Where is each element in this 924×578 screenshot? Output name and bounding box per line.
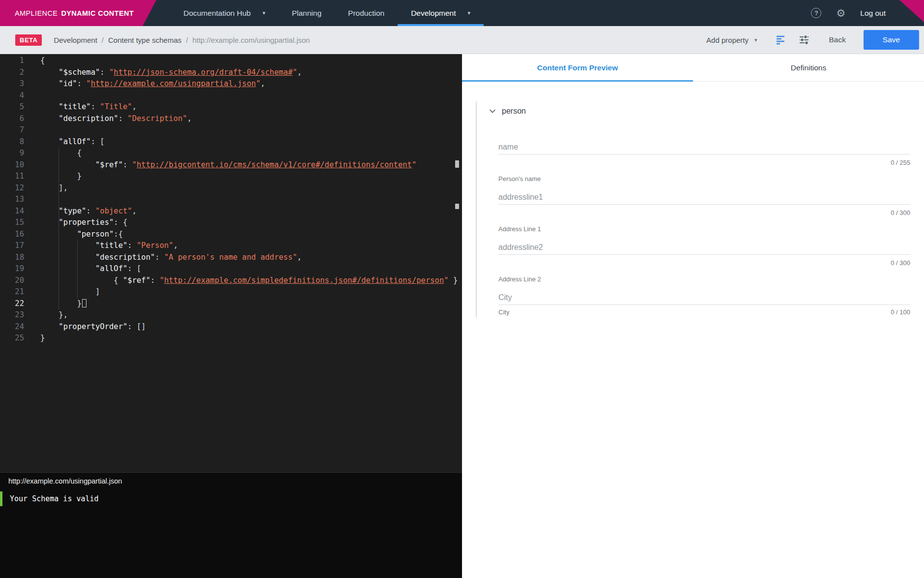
code-line[interactable]: 15 "properties": { bbox=[0, 217, 462, 229]
code-line-text: "title": "Title", bbox=[24, 101, 137, 113]
code-line[interactable]: 19 "allOf": [ bbox=[0, 263, 462, 275]
brand-product: DYNAMIC CONTENT bbox=[61, 9, 134, 17]
code-line[interactable]: 6 "description": "Description", bbox=[0, 113, 462, 125]
code-line-text: "allOf": [ bbox=[24, 263, 141, 275]
add-property-label: Add property bbox=[706, 36, 749, 44]
code-line-text: ] bbox=[24, 286, 100, 298]
nav-item-development[interactable]: Development▾ bbox=[398, 0, 484, 26]
scrollbar-marker bbox=[455, 160, 459, 168]
code-line[interactable]: 17 "title": "Person", bbox=[0, 240, 462, 252]
form-field-city: City0 / 100 bbox=[498, 290, 910, 317]
code-line[interactable]: 1{ bbox=[0, 55, 462, 67]
line-number: 5 bbox=[0, 101, 24, 113]
code-line[interactable]: 20 { "$ref": "http://example.com/simpled… bbox=[0, 275, 462, 287]
line-number: 3 bbox=[0, 78, 24, 90]
line-number: 14 bbox=[0, 206, 24, 217]
code-line-text: "$ref": "http://bigcontent.io/cms/schema… bbox=[24, 159, 416, 171]
amplience-logo[interactable]: AMPLIENCE DYNAMIC CONTENT bbox=[0, 0, 156, 26]
code-line[interactable]: 24 "propertyOrder": [] bbox=[0, 321, 462, 333]
chevron-down-icon bbox=[488, 106, 497, 116]
code-line[interactable]: 5 "title": "Title", bbox=[0, 101, 462, 113]
code-line[interactable]: 3 "id": "http://example.com/usingpartial… bbox=[0, 78, 462, 90]
code-line[interactable]: 18 "description": "A person's name and a… bbox=[0, 252, 462, 264]
code-line[interactable]: 21 ] bbox=[0, 286, 462, 298]
form-preview-area: person 0 / 255Person's name0 / 300Addres… bbox=[462, 82, 924, 317]
field-helper-row: Address Line 1 bbox=[498, 224, 910, 233]
toolbar: BETA Development/Content type schemas/ht… bbox=[0, 26, 924, 54]
breadcrumb-item[interactable]: Development bbox=[54, 36, 97, 44]
nav-item-label: Documentation Hub bbox=[183, 9, 251, 18]
format-schema-icon[interactable] bbox=[771, 30, 790, 49]
add-property-dropdown[interactable]: Add property ▾ bbox=[706, 36, 757, 44]
code-line[interactable]: 9 { bbox=[0, 148, 462, 159]
code-line-text: } bbox=[24, 171, 82, 183]
line-number: 24 bbox=[0, 321, 24, 333]
code-line[interactable]: 25} bbox=[0, 333, 462, 344]
tab-content-form-preview[interactable]: Content Form Preview bbox=[462, 54, 693, 81]
field-helper-text: Address Line 1 bbox=[498, 225, 541, 233]
save-button[interactable]: Save bbox=[864, 30, 919, 50]
code-line[interactable]: 2 "$schema": "http://json-schema.org/dra… bbox=[0, 67, 462, 79]
toolbar-actions: Add property ▾ Back Save bbox=[706, 30, 919, 50]
code-line[interactable]: 14 "type": "object", bbox=[0, 206, 462, 217]
line-number: 4 bbox=[0, 90, 24, 102]
sliders-icon bbox=[799, 34, 809, 45]
breadcrumb-separator: / bbox=[186, 36, 188, 44]
code-line-text: "propertyOrder": [] bbox=[24, 321, 146, 333]
align-lines-icon bbox=[775, 34, 786, 45]
top-nav: AMPLIENCE DYNAMIC CONTENT Documentation … bbox=[0, 0, 924, 26]
line-number: 15 bbox=[0, 217, 24, 229]
schema-filename: http://example.com/usingpartial.json bbox=[0, 473, 462, 489]
brand-name: AMPLIENCE bbox=[15, 9, 58, 17]
code-line[interactable]: 10 "$ref": "http://bigcontent.io/cms/sch… bbox=[0, 159, 462, 171]
scrollbar-marker bbox=[455, 204, 459, 209]
code-line[interactable]: 16 "person":{ bbox=[0, 229, 462, 241]
char-counter: 0 / 255 bbox=[891, 159, 910, 166]
code-line[interactable]: 8 "allOf": [ bbox=[0, 136, 462, 148]
code-area[interactable]: 1{2 "$schema": "http://json-schema.org/d… bbox=[0, 54, 462, 344]
code-line-text: } bbox=[24, 333, 45, 344]
chevron-down-icon: ▾ bbox=[467, 10, 470, 16]
code-line-text: "description": "Description", bbox=[24, 113, 192, 125]
form-field-name: 0 / 255Person's name bbox=[498, 140, 910, 183]
gear-icon[interactable]: ⚙ bbox=[836, 8, 845, 18]
code-line-text: { bbox=[24, 55, 45, 67]
field-input-addressline2[interactable] bbox=[498, 240, 910, 255]
breadcrumb-item: http://example.com/usingpartial.json bbox=[192, 36, 310, 44]
code-line[interactable]: 22 } bbox=[0, 298, 462, 310]
char-counter-row: 0 / 300 bbox=[498, 258, 910, 267]
line-number: 12 bbox=[0, 183, 24, 194]
nav-item-documentation-hub[interactable]: Documentation Hub▾ bbox=[170, 0, 279, 26]
back-button[interactable]: Back bbox=[818, 31, 857, 48]
logout-button[interactable]: Log out bbox=[860, 9, 886, 18]
schema-code-editor[interactable]: 1{2 "$schema": "http://json-schema.org/d… bbox=[0, 54, 462, 578]
nav-item-production[interactable]: Production bbox=[335, 0, 398, 26]
line-number: 7 bbox=[0, 124, 24, 136]
code-line[interactable]: 12 ], bbox=[0, 183, 462, 194]
code-line[interactable]: 13 bbox=[0, 194, 462, 206]
code-line[interactable]: 7 bbox=[0, 124, 462, 136]
line-number: 22 bbox=[0, 298, 24, 310]
nav-item-label: Production bbox=[348, 9, 384, 18]
nav-item-planning[interactable]: Planning bbox=[279, 0, 335, 26]
code-line-text: "description": "A person's name and addr… bbox=[24, 252, 302, 264]
nav-item-label: Planning bbox=[292, 9, 321, 18]
field-meta-row: City0 / 100 bbox=[498, 308, 910, 317]
code-line[interactable]: 11 } bbox=[0, 171, 462, 183]
field-input-name[interactable] bbox=[498, 140, 910, 154]
field-input-city[interactable] bbox=[498, 290, 910, 305]
line-number: 13 bbox=[0, 194, 24, 206]
help-icon[interactable]: ? bbox=[811, 8, 821, 18]
line-number: 21 bbox=[0, 286, 24, 298]
field-input-addressline1[interactable] bbox=[498, 190, 910, 205]
person-section-header[interactable]: person bbox=[488, 101, 910, 116]
code-line[interactable]: 23 }, bbox=[0, 309, 462, 321]
breadcrumb-item[interactable]: Content type schemas bbox=[108, 36, 181, 44]
code-line[interactable]: 4 bbox=[0, 90, 462, 102]
line-number: 20 bbox=[0, 275, 24, 287]
tab-definitions[interactable]: Definitions bbox=[693, 54, 924, 81]
line-number: 2 bbox=[0, 67, 24, 79]
editor-settings-icon[interactable] bbox=[795, 30, 813, 49]
code-line-text: "properties": { bbox=[24, 217, 127, 229]
code-line-text bbox=[24, 194, 40, 206]
